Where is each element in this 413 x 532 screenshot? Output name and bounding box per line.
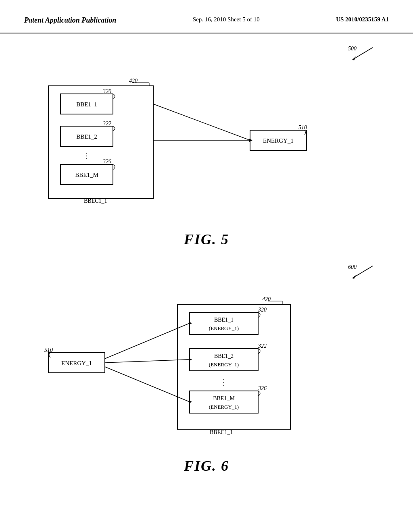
svg-text:BBE1_1: BBE1_1 xyxy=(214,317,234,323)
fig6-ref-area: 600 xyxy=(24,260,389,284)
svg-text:322: 322 xyxy=(102,121,111,127)
svg-text:510: 510 xyxy=(44,347,53,353)
svg-text:510: 510 xyxy=(298,125,307,131)
svg-text:BBE1_1: BBE1_1 xyxy=(76,101,97,108)
svg-text:(ENERGY_1): (ENERGY_1) xyxy=(209,325,239,331)
svg-line-23 xyxy=(353,266,373,278)
fig5-diagram-container: 420 BBE1_1 320 BBE1_2 322 ⋮ BBE1_M 326 xyxy=(24,74,389,227)
svg-text:ENERGY_1: ENERGY_1 xyxy=(263,137,294,144)
svg-line-0 xyxy=(353,48,373,60)
header-date-sheet: Sep. 16, 2010 Sheet 5 of 10 xyxy=(193,16,260,23)
svg-line-20 xyxy=(153,104,250,140)
svg-text:326: 326 xyxy=(102,158,111,164)
svg-text:⋮: ⋮ xyxy=(220,378,228,387)
svg-text:BBE1_2: BBE1_2 xyxy=(214,353,234,359)
svg-text:420: 420 xyxy=(262,296,271,302)
fig5-title: FIG. 5 xyxy=(24,231,389,248)
svg-text:ENERGY_1: ENERGY_1 xyxy=(61,360,92,366)
page-content: 500 420 BBE1_1 320 BBE1_2 xyxy=(0,33,413,495)
svg-text:BBE1_2: BBE1_2 xyxy=(76,133,97,140)
svg-text:(ENERGY_1): (ENERGY_1) xyxy=(209,362,239,368)
svg-line-48 xyxy=(105,360,190,363)
svg-text:320: 320 xyxy=(102,88,111,94)
svg-text:320: 320 xyxy=(258,307,267,313)
svg-text:BBE1_M: BBE1_M xyxy=(75,172,98,178)
svg-marker-1 xyxy=(353,56,356,60)
fig6-svg: ENERGY_1 510 420 BBE1_1 (ENERGY_1) 320 B… xyxy=(24,292,371,449)
svg-marker-49 xyxy=(189,358,192,361)
svg-text:BBEC1_1: BBEC1_1 xyxy=(84,198,107,204)
page-header: Patent Application Publication Sep. 16, … xyxy=(0,0,413,33)
svg-text:326: 326 xyxy=(258,385,267,391)
fig6-diagram-container: ENERGY_1 510 420 BBE1_1 (ENERGY_1) 320 B… xyxy=(24,292,389,453)
svg-marker-51 xyxy=(189,400,192,403)
svg-text:BBEC1_1: BBEC1_1 xyxy=(210,429,233,435)
fig6-title: FIG. 6 xyxy=(24,457,389,474)
svg-line-46 xyxy=(105,323,190,359)
svg-rect-2 xyxy=(48,86,153,199)
svg-text:420: 420 xyxy=(129,78,138,84)
header-publication-label: Patent Application Publication xyxy=(24,16,116,25)
arrow-600-svg xyxy=(344,262,377,282)
svg-line-50 xyxy=(105,367,190,402)
fig5-svg: 420 BBE1_1 320 BBE1_2 322 ⋮ BBE1_M 326 xyxy=(24,74,371,219)
svg-text:⋮: ⋮ xyxy=(83,151,91,160)
svg-marker-47 xyxy=(189,322,192,325)
svg-text:(ENERGY_1): (ENERGY_1) xyxy=(209,404,239,410)
header-patent-number: US 2010/0235159 A1 xyxy=(336,16,389,23)
fig5-ref-area: 500 xyxy=(24,42,389,66)
svg-marker-22 xyxy=(249,139,252,142)
svg-text:322: 322 xyxy=(258,343,267,349)
arrow-500-svg xyxy=(344,44,377,64)
svg-text:BBE1_M: BBE1_M xyxy=(213,395,235,401)
svg-marker-24 xyxy=(353,275,356,279)
